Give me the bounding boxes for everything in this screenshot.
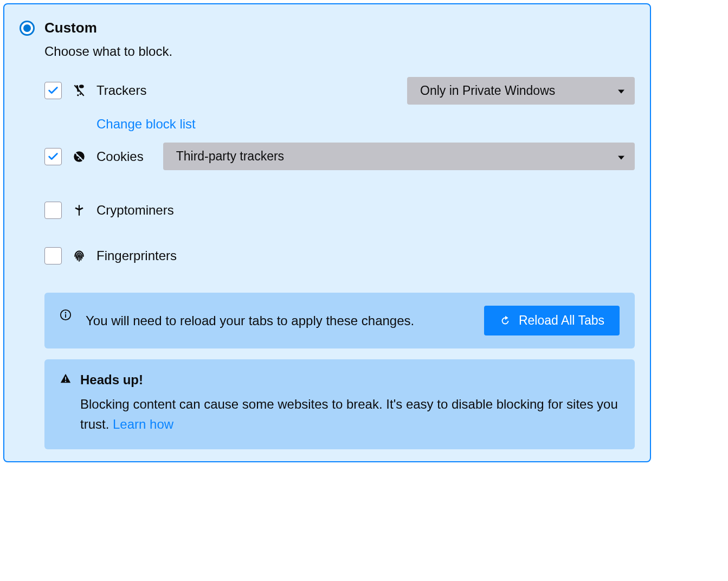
cookies-label: Cookies [96, 149, 144, 164]
fingerprinters-checkbox[interactable] [44, 247, 62, 264]
reload-message: You will need to reload your tabs to app… [86, 311, 472, 331]
trackers-icon [72, 83, 87, 98]
warning-icon [60, 373, 72, 387]
cookies-row: Cookies Third-party trackers [44, 143, 635, 170]
chevron-down-icon [617, 83, 625, 98]
warning-title-row: Heads up! [60, 372, 620, 388]
svg-point-10 [65, 312, 67, 314]
svg-point-0 [79, 85, 84, 88]
learn-how-link[interactable]: Learn how [113, 417, 173, 431]
reload-all-tabs-button[interactable]: Reload All Tabs [484, 306, 620, 335]
svg-point-13 [65, 380, 66, 382]
custom-blocking-panel: Custom Choose what to block. Trackers On… [3, 3, 651, 462]
custom-radio[interactable] [20, 21, 35, 36]
cookies-checkbox[interactable] [44, 148, 62, 165]
trackers-left: Trackers [44, 82, 146, 99]
warning-body: Blocking content can cause some websites… [80, 394, 620, 434]
fingerprinters-label: Fingerprinters [96, 248, 177, 263]
options-group: Trackers Only in Private Windows Change … [44, 75, 635, 271]
check-icon [47, 151, 59, 163]
cookies-icon [72, 149, 87, 164]
title-row: Custom [20, 20, 635, 36]
fingerprinters-row: Fingerprinters [44, 241, 635, 271]
reload-button-label: Reload All Tabs [519, 313, 604, 328]
cryptominers-icon [72, 203, 87, 218]
trackers-select[interactable]: Only in Private Windows [407, 77, 635, 105]
cookies-select-value: Third-party trackers [176, 149, 284, 164]
trackers-select-value: Only in Private Windows [420, 83, 555, 98]
warning-title: Heads up! [80, 372, 143, 388]
cryptominers-row: Cryptominers [44, 195, 635, 225]
chevron-down-icon [617, 149, 625, 164]
cryptominers-label: Cryptominers [96, 203, 174, 218]
panel-title: Custom [44, 20, 97, 36]
change-block-list-link[interactable]: Change block list [96, 117, 196, 132]
svg-rect-11 [65, 314, 66, 318]
svg-point-1 [77, 94, 79, 96]
cookies-select[interactable]: Third-party trackers [163, 143, 635, 170]
check-icon [47, 85, 59, 96]
svg-rect-12 [65, 377, 66, 380]
reload-icon [499, 315, 511, 327]
trackers-row: Trackers Only in Private Windows [44, 75, 635, 106]
trackers-checkbox[interactable] [44, 82, 62, 99]
cryptominers-checkbox[interactable] [44, 202, 62, 219]
svg-point-2 [80, 93, 81, 95]
radio-dot [23, 24, 31, 32]
trackers-label: Trackers [96, 83, 146, 98]
svg-point-7 [78, 158, 80, 160]
warning-box: Heads up! Blocking content can cause som… [44, 359, 635, 449]
fingerprinters-icon [72, 248, 87, 263]
reload-info-box: You will need to reload your tabs to app… [44, 293, 635, 348]
info-icon [60, 309, 72, 321]
panel-subtitle: Choose what to block. [44, 44, 635, 59]
